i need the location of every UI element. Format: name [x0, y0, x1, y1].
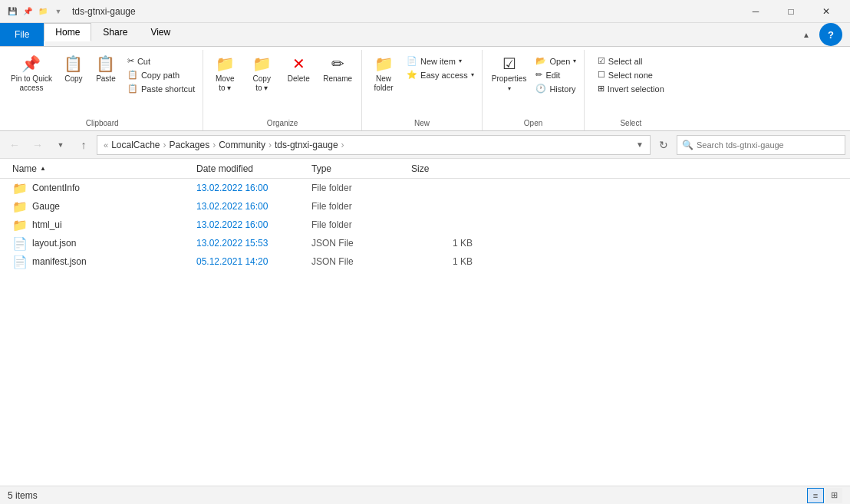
- select-none-button[interactable]: ☐ Select none: [595, 68, 656, 81]
- file-pane: Name ▲ Date modified Type Size 📁 Content…: [0, 159, 850, 486]
- file-type: File folder: [311, 183, 411, 193]
- copy-to-button[interactable]: 📁 Copyto ▾: [245, 51, 278, 96]
- ribbon-group-new: 📁 Newfolder 📄 New item ▾ ⭐ Easy access ▾: [362, 50, 483, 130]
- rename-icon: ✏: [331, 54, 344, 73]
- clipboard-group-label: Clipboard: [6, 117, 198, 130]
- minimize-button[interactable]: ─: [738, 0, 773, 23]
- path-localcache[interactable]: LocalCache: [111, 140, 160, 150]
- history-button[interactable]: 🕐 History: [532, 82, 579, 95]
- tab-home[interactable]: Home: [44, 23, 91, 41]
- large-icons-view-button[interactable]: ⊞: [825, 488, 842, 503]
- tab-share[interactable]: Share: [91, 23, 139, 41]
- table-row[interactable]: 📁 Gauge 13.02.2022 16:00 File folder: [0, 197, 850, 216]
- table-row[interactable]: 📁 ContentInfo 13.02.2022 16:00 File fold…: [0, 179, 850, 197]
- search-icon: 🔍: [682, 140, 694, 150]
- edit-label: Edit: [545, 71, 560, 80]
- address-dropdown-btn[interactable]: ▼: [636, 140, 644, 149]
- help-button[interactable]: ?: [819, 23, 842, 46]
- pin-icon: 📌: [21, 54, 41, 73]
- select-group-label: Select: [589, 117, 672, 130]
- edit-button[interactable]: ✏ Edit: [532, 68, 579, 81]
- path-community[interactable]: Community: [219, 140, 265, 150]
- search-box[interactable]: 🔍: [677, 135, 845, 155]
- properties-button[interactable]: ☑ Properties ▾: [487, 51, 532, 96]
- cut-label: Cut: [137, 57, 150, 66]
- delete-label: Delete: [288, 74, 310, 84]
- header-name[interactable]: Name ▲: [12, 163, 196, 174]
- header-date[interactable]: Date modified: [196, 163, 311, 174]
- open-arrow: ▾: [573, 58, 576, 64]
- status-bar: 5 items ≡ ⊞: [0, 486, 850, 504]
- delete-icon: ✕: [292, 54, 305, 73]
- copy-button-large[interactable]: 📋 Copy: [58, 51, 89, 87]
- file-items-container: 📁 ContentInfo 13.02.2022 16:00 File fold…: [0, 179, 850, 271]
- file-type: File folder: [311, 219, 411, 230]
- file-size: 1 KB: [411, 238, 473, 249]
- table-row[interactable]: 📄 layout.json 13.02.2022 15:53 JSON File…: [0, 234, 850, 252]
- open-icon: 📂: [535, 56, 546, 66]
- path-folder[interactable]: tds-gtnxi-gauge: [275, 140, 338, 150]
- new-folder-button[interactable]: 📁 Newfolder: [367, 51, 400, 96]
- open-button[interactable]: 📂 Open ▾: [532, 54, 579, 68]
- ribbon-group-organize: 📁 Moveto ▾ 📁 Copyto ▾ ✕ Delete ✏ Rename …: [203, 50, 362, 130]
- up-button[interactable]: ↑: [74, 135, 94, 155]
- table-row[interactable]: 📄 manifest.json 05.12.2021 14:20 JSON Fi…: [0, 252, 850, 271]
- select-all-button[interactable]: ☑ Select all: [595, 54, 646, 68]
- copy-label: Copy: [64, 74, 82, 84]
- copy-path-button[interactable]: 📋 Copy path: [124, 68, 198, 81]
- easy-access-button[interactable]: ⭐ Easy access ▾: [404, 68, 477, 81]
- ribbon-group-open: ☑ Properties ▾ 📂 Open ▾ ✏ Edit 🕐: [483, 50, 585, 130]
- new-buttons: 📁 Newfolder 📄 New item ▾ ⭐ Easy access ▾: [367, 50, 477, 117]
- folder-icon: 📁: [12, 199, 28, 214]
- address-path[interactable]: « LocalCache › Packages › Community › td…: [97, 135, 651, 155]
- quick-access-icon: 📌: [21, 5, 34, 18]
- header-size[interactable]: Size: [411, 163, 473, 174]
- ribbon-tabs-row: File Home Share View ▲ ?: [0, 23, 850, 47]
- paste-shortcut-button[interactable]: 📋 Paste shortcut: [124, 82, 198, 95]
- move-to-label: Moveto ▾: [216, 74, 234, 93]
- forward-button[interactable]: →: [28, 135, 48, 155]
- maximize-button[interactable]: □: [773, 0, 809, 23]
- search-input[interactable]: [697, 140, 840, 150]
- header-type[interactable]: Type: [311, 163, 411, 174]
- folder-icon: 📁: [12, 218, 28, 232]
- move-to-button[interactable]: 📁 Moveto ▾: [208, 51, 242, 96]
- file-name: html_ui: [32, 219, 62, 230]
- ribbon-tab-controls: ▲ ?: [182, 23, 850, 46]
- header-name-label: Name: [12, 163, 37, 174]
- refresh-button[interactable]: ↻: [654, 135, 674, 155]
- invert-icon: ⊞: [598, 84, 605, 94]
- close-button[interactable]: ✕: [809, 0, 844, 23]
- pin-to-quick-access-button[interactable]: 📌 Pin to Quickaccess: [6, 51, 57, 96]
- ribbon: 📌 Pin to Quickaccess 📋 Copy 📋 Paste ✂: [0, 47, 850, 131]
- delete-button[interactable]: ✕ Delete: [282, 51, 315, 87]
- move-icon: 📁: [216, 54, 235, 73]
- ribbon-group-select: ☑ Select all ☐ Select none ⊞ Invert sele…: [585, 50, 677, 130]
- paste-button[interactable]: 📋 Paste: [91, 51, 121, 87]
- ribbon-collapse-btn[interactable]: ▲: [798, 31, 815, 39]
- paste-icon: 📋: [96, 54, 115, 73]
- folder-icon-small: 📁: [37, 5, 49, 18]
- table-row[interactable]: 📁 html_ui 13.02.2022 16:00 File folder: [0, 216, 850, 234]
- edit-icon: ✏: [535, 70, 542, 80]
- path-packages[interactable]: Packages: [170, 140, 210, 150]
- ribbon-group-clipboard: 📌 Pin to Quickaccess 📋 Copy 📋 Paste ✂: [2, 50, 203, 130]
- back-button[interactable]: ←: [5, 135, 25, 155]
- tab-view[interactable]: View: [139, 23, 182, 41]
- folder-icon: 📁: [12, 181, 28, 196]
- address-bar: ← → ▼ ↑ « LocalCache › Packages › Commun…: [0, 131, 850, 159]
- details-view-button[interactable]: ≡: [807, 488, 824, 503]
- properties-label: Properties: [492, 74, 527, 84]
- new-group-label: New: [367, 117, 477, 130]
- recent-locations-button[interactable]: ▼: [51, 135, 71, 155]
- cut-button[interactable]: ✂ Cut: [124, 54, 198, 68]
- easy-access-arrow: ▾: [471, 71, 474, 78]
- new-item-button[interactable]: 📄 New item ▾: [404, 54, 477, 68]
- rename-label: Rename: [323, 74, 352, 84]
- tab-file[interactable]: File: [0, 23, 44, 46]
- new-small-buttons: 📄 New item ▾ ⭐ Easy access ▾: [404, 54, 477, 81]
- json-icon: 📄: [12, 236, 28, 251]
- new-item-arrow: ▾: [459, 58, 462, 64]
- rename-button[interactable]: ✏ Rename: [318, 51, 357, 87]
- invert-selection-button[interactable]: ⊞ Invert selection: [595, 82, 667, 95]
